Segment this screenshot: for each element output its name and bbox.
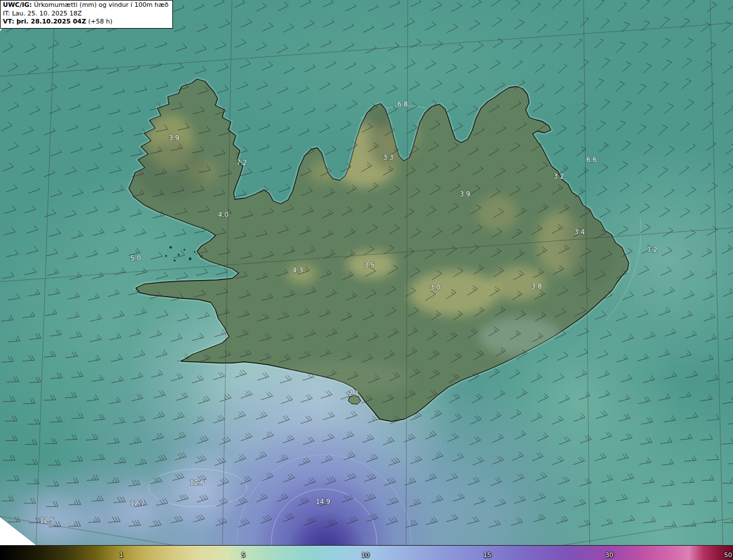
weather-map-page: 6.83.97.23.36.63.23.94.03.47.25.03.54.33… [0,0,733,560]
precip-extremum-label: 14.9 [316,498,330,506]
precip-extremum-label: 3.9 [169,134,179,142]
precip-extremum-label: 4.3 [293,266,303,274]
colorbar: 1 5 10 15 30 50 [0,545,733,560]
precip-extremum-label: 3.3 [383,153,393,161]
precip-extremum-label: 3.5 [364,261,375,269]
precip-extremum-label: 3.8 [531,282,542,290]
forecast-info-box: UWC/IG: Úrkomumætti (mm) og vindur í 100… [0,0,173,29]
colorbar-tick-label: 1 [119,551,123,559]
precip-extremum-label: 12.7 [130,499,145,507]
precip-extremum-label: 3.4 [574,228,585,236]
lead-time: (+58 h) [88,18,112,25]
precip-extremum-label: 3.2 [554,172,564,180]
product-title: Úrkomumætti (mm) og vindur í 100m hæð [34,1,168,9]
precip-extremum-label: 4.0 [218,211,228,219]
precip-extremum-label: 12.6 [190,479,204,487]
colorbar-tick-label: 10 [361,551,369,559]
precip-extremum-label: 5.0 [131,254,141,262]
precip-extremum-label: 3.9 [460,190,470,198]
precip-extremum-label: 6.6 [586,156,597,164]
colorbar-tick-label: 15 [483,551,491,559]
precip-extremum-label: 2.1 [349,389,359,397]
colorbar-tick-label: 5 [241,551,245,559]
valid-time-line: VT: þri. 28.10.2025 04Z (+58 h) [3,18,168,26]
precip-extremum-label: 6.8 [397,100,408,108]
precip-extremum-label: 12.5 [40,516,54,524]
weather-map: 6.83.97.23.36.63.23.94.03.47.25.03.54.33… [0,0,733,560]
colorbar-tick-label: 50 [724,551,732,559]
precip-extremum-label: 7.2 [647,246,657,254]
title-line: UWC/IG: Úrkomumætti (mm) og vindur í 100… [3,1,168,10]
model-label: UWC/IG: [3,1,32,9]
colorbar-tick-label: 30 [605,551,613,559]
valid-time: VT: þri. 28.10.2025 04Z [3,18,86,25]
precip-extremum-label: 7.2 [237,159,247,167]
precip-extremum-label: 3.0 [430,283,440,291]
init-time: IT: Lau. 25. 10. 2025 18Z [3,10,168,18]
